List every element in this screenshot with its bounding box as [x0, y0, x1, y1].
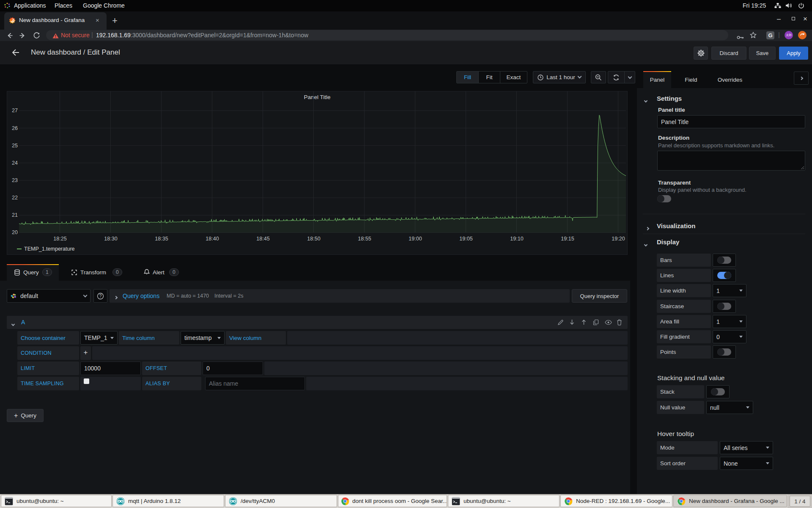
- svg-text:?: ?: [99, 294, 102, 298]
